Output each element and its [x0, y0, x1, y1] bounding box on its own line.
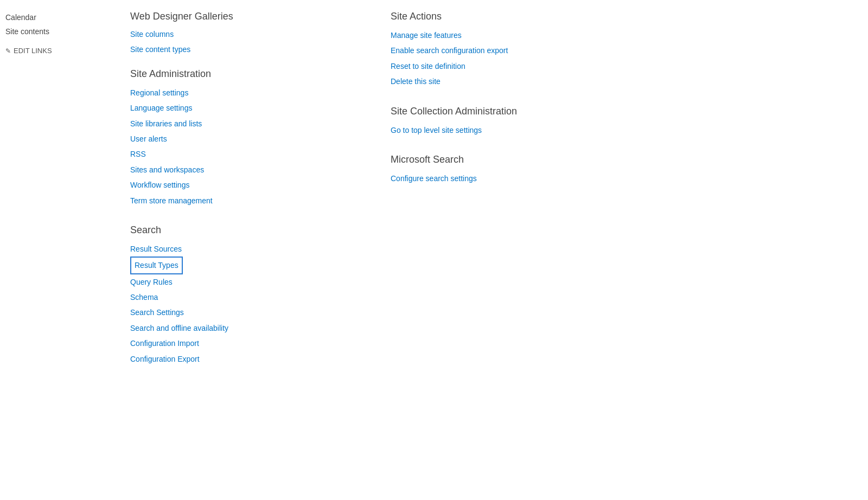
site-administration-section: Site Administration Regional settings La…	[130, 68, 358, 208]
search-settings-link[interactable]: Search Settings	[130, 305, 358, 320]
site-actions-heading: Site Actions	[391, 11, 846, 22]
result-sources-link[interactable]: Result Sources	[130, 241, 358, 257]
top-level-site-settings-link[interactable]: Go to top level site settings	[391, 123, 846, 138]
microsoft-search-section: Microsoft Search Configure search settin…	[391, 154, 846, 186]
rss-link[interactable]: RSS	[130, 146, 358, 162]
sidebar-item-calendar[interactable]: Calendar	[5, 11, 103, 24]
edit-links-label: EDIT LINKS	[14, 47, 52, 55]
reset-site-def-link[interactable]: Reset to site definition	[391, 59, 846, 74]
site-collection-admin-section: Site Collection Administration Go to top…	[391, 106, 846, 138]
config-import-link[interactable]: Configuration Import	[130, 336, 358, 351]
edit-links-button[interactable]: ✎ EDIT LINKS	[5, 47, 103, 55]
search-offline-link[interactable]: Search and offline availability	[130, 320, 358, 336]
main-content: Web Designer Galleries Site columns Site…	[108, 0, 868, 500]
query-rules-link[interactable]: Query Rules	[130, 274, 358, 290]
site-actions-section: Site Actions Manage site features Enable…	[391, 11, 846, 89]
workflow-settings-link[interactable]: Workflow settings	[130, 177, 358, 193]
sidebar: Calendar Site contents ✎ EDIT LINKS	[0, 0, 108, 500]
web-designer-heading: Web Designer Galleries	[130, 11, 358, 22]
delete-site-link[interactable]: Delete this site	[391, 74, 846, 89]
configure-search-settings-link[interactable]: Configure search settings	[391, 171, 846, 186]
language-settings-link[interactable]: Language settings	[130, 100, 358, 116]
sites-workspaces-link[interactable]: Sites and workspaces	[130, 162, 358, 177]
user-alerts-link[interactable]: User alerts	[130, 131, 358, 146]
manage-site-features-link[interactable]: Manage site features	[391, 28, 846, 43]
pencil-icon: ✎	[5, 47, 11, 55]
site-collection-admin-heading: Site Collection Administration	[391, 106, 846, 117]
sidebar-item-site-contents[interactable]: Site contents	[5, 25, 103, 38]
site-administration-heading: Site Administration	[130, 68, 358, 80]
config-export-link[interactable]: Configuration Export	[130, 351, 358, 367]
term-store-link[interactable]: Term store management	[130, 193, 358, 208]
search-heading: Search	[130, 225, 358, 236]
schema-link[interactable]: Schema	[130, 290, 358, 305]
regional-settings-link[interactable]: Regional settings	[130, 85, 358, 100]
left-column: Web Designer Galleries Site columns Site…	[130, 11, 358, 489]
page-container: Calendar Site contents ✎ EDIT LINKS Web …	[0, 0, 868, 500]
microsoft-search-heading: Microsoft Search	[391, 154, 846, 165]
search-section: Search Result Sources Result Types Query…	[130, 225, 358, 367]
site-columns-link[interactable]: Site columns	[130, 27, 358, 42]
site-libraries-lists-link[interactable]: Site libraries and lists	[130, 116, 358, 131]
site-content-types-link[interactable]: Site content types	[130, 42, 358, 57]
enable-search-config-link[interactable]: Enable search configuration export	[391, 43, 846, 58]
web-designer-section: Web Designer Galleries Site columns Site…	[130, 11, 358, 57]
right-column: Site Actions Manage site features Enable…	[391, 11, 846, 489]
result-types-link[interactable]: Result Types	[130, 257, 183, 274]
